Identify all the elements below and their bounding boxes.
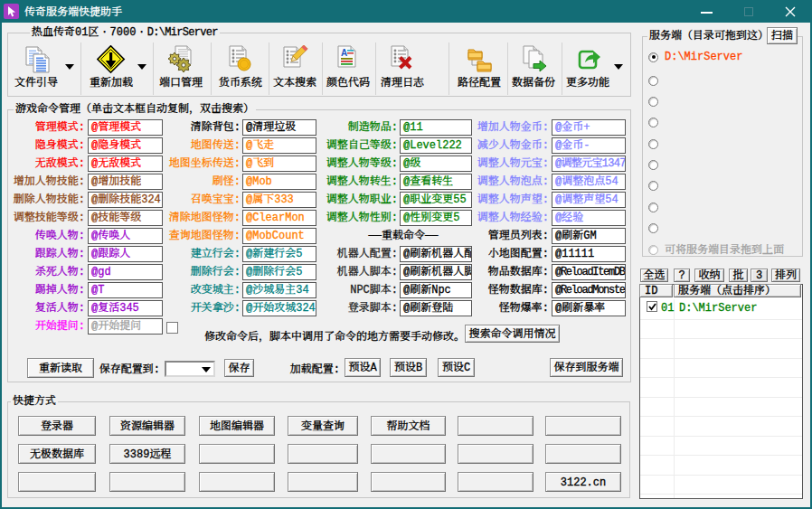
svg-text:A: A (341, 48, 347, 58)
